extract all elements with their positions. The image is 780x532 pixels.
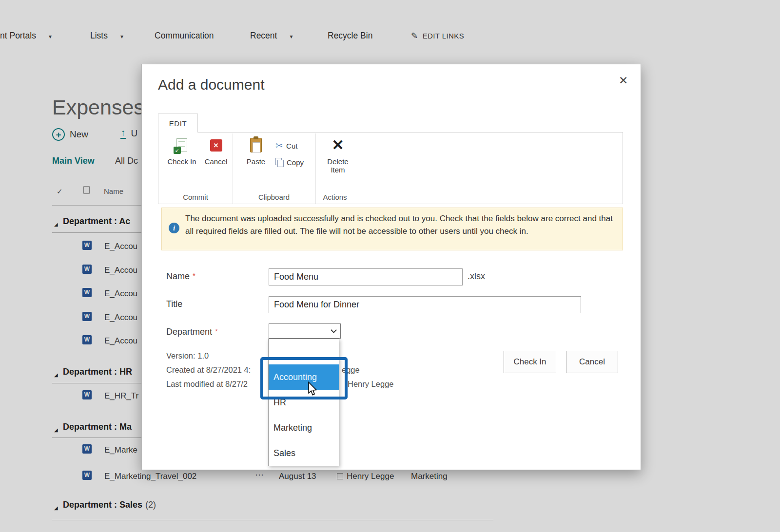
name-input[interactable] (269, 268, 463, 285)
cancel-icon (210, 139, 222, 152)
dropdown-option-accounting[interactable]: Accounting (269, 364, 339, 390)
department-dropdown-list: Accounting HR Marketing Sales (268, 339, 339, 466)
cut-label: Cut (286, 142, 297, 150)
created-text: Created at 8/27/2021 4: (166, 365, 251, 375)
department-field-label: Department* (166, 327, 218, 337)
copy-button[interactable]: Copy (275, 158, 304, 167)
delete-item-label: Delete Item (322, 157, 353, 174)
paste-button[interactable]: Paste (240, 136, 272, 166)
dropdown-option-marketing[interactable]: Marketing (269, 415, 339, 440)
cut-icon (275, 140, 283, 151)
required-asterisk: * (193, 271, 195, 280)
copy-icon (275, 158, 283, 167)
cancel-ribbon-button[interactable]: Cancel (200, 136, 232, 166)
upload-success-notice: The document was uploaded successfully a… (161, 208, 623, 250)
add-document-dialog: Add a document EDIT Check In Cancel Past… (141, 64, 641, 470)
ribbon-group-clipboard: Clipboard (233, 191, 315, 203)
dropdown-option-sales[interactable]: Sales (269, 440, 339, 466)
title-field-label: Title (166, 299, 182, 309)
cut-button[interactable]: Cut (275, 140, 297, 151)
tab-edit[interactable]: EDIT (158, 114, 198, 133)
copy-label: Copy (287, 158, 304, 167)
dialog-title: Add a document (158, 76, 264, 93)
chevron-down-icon (331, 327, 337, 333)
created-text-fragment: egge (342, 365, 360, 375)
name-field-label: Name* (166, 271, 195, 282)
ribbon-group-actions: Actions (315, 191, 354, 203)
modified-text: Last modified at 8/27/2 (166, 380, 248, 389)
department-select[interactable] (269, 323, 341, 339)
version-text: Version: 1.0 (166, 351, 209, 361)
department-label-text: Department (166, 327, 212, 337)
cancel-button[interactable]: Cancel (566, 351, 618, 373)
required-asterisk: * (215, 327, 218, 335)
check-in-icon (176, 138, 187, 152)
dropdown-option-blank[interactable] (269, 339, 339, 364)
check-in-label: Check In (167, 157, 196, 166)
paste-icon (250, 138, 262, 152)
title-input[interactable] (269, 296, 581, 313)
check-in-ribbon-button[interactable]: Check In (166, 136, 197, 166)
dropdown-option-hr[interactable]: HR (269, 390, 339, 415)
name-label-text: Name (166, 271, 190, 281)
close-icon[interactable] (619, 74, 628, 87)
ribbon-group-commit: Commit (158, 191, 233, 203)
ribbon-panel: Check In Cancel Paste Cut Copy Delete It… (158, 132, 623, 204)
info-icon (169, 223, 179, 233)
delete-icon (332, 138, 344, 152)
file-extension: .xlsx (468, 271, 485, 282)
cancel-label: Cancel (205, 157, 228, 166)
delete-item-button[interactable]: Delete Item (322, 136, 353, 174)
check-in-button[interactable]: Check In (504, 351, 556, 373)
notice-text: The document was uploaded successfully a… (185, 212, 616, 237)
modified-text-fragment: Henry Legge (348, 380, 393, 389)
paste-label: Paste (247, 157, 265, 166)
